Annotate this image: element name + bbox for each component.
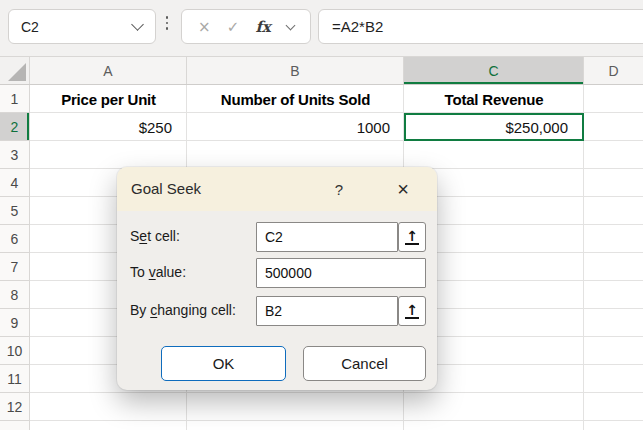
enter-entry-icon[interactable]: ✓ bbox=[227, 18, 240, 36]
chevron-down-icon[interactable] bbox=[285, 20, 295, 30]
row-header-11[interactable]: 11 bbox=[0, 365, 29, 393]
by-changing-cell-label: By changing cell: bbox=[130, 302, 236, 318]
row-header-9[interactable]: 9 bbox=[0, 309, 29, 337]
cell-b2[interactable]: 1000 bbox=[187, 113, 404, 141]
row-headers: 1 2 3 4 5 6 7 8 9 10 11 12 bbox=[0, 85, 30, 430]
set-cell-label: Set cell: bbox=[130, 228, 180, 244]
kebab-dots-icon bbox=[165, 16, 169, 30]
row-header-3[interactable]: 3 bbox=[0, 141, 29, 169]
help-button[interactable]: ? bbox=[325, 167, 353, 211]
cell-a1[interactable]: Price per Unit bbox=[30, 85, 187, 113]
cell-a2[interactable]: $250 bbox=[30, 113, 187, 141]
dialog-title: Goal Seek bbox=[131, 180, 201, 197]
row-header-6[interactable]: 6 bbox=[0, 225, 29, 253]
column-header-b[interactable]: B bbox=[187, 57, 404, 84]
cancel-button[interactable]: Cancel bbox=[303, 346, 426, 381]
goal-seek-dialog: Goal Seek ? × Set cell: ↑ To value: By c… bbox=[117, 167, 437, 390]
row-header-5[interactable]: 5 bbox=[0, 197, 29, 225]
formula-bar-strip: C2 × ✓ fx =A2*B2 bbox=[0, 0, 643, 56]
cell-b1[interactable]: Number of Units Sold bbox=[187, 85, 404, 113]
to-value-input[interactable] bbox=[256, 258, 426, 288]
formula-actions-group: × ✓ fx bbox=[181, 9, 311, 44]
row-header-7[interactable]: 7 bbox=[0, 253, 29, 281]
cell-c1[interactable]: Total Revenue bbox=[404, 85, 584, 113]
chevron-down-icon[interactable] bbox=[131, 18, 144, 31]
select-all-button[interactable] bbox=[0, 57, 30, 84]
set-cell-range-picker-button[interactable]: ↑ bbox=[398, 222, 426, 252]
ok-button[interactable]: OK bbox=[161, 346, 286, 381]
formula-text[interactable]: =A2*B2 bbox=[319, 18, 383, 35]
select-all-triangle-icon bbox=[8, 63, 26, 81]
column-headers: A B C D bbox=[0, 56, 643, 85]
collapse-dialog-arrow-icon: ↑ bbox=[405, 230, 419, 245]
row-header-1[interactable]: 1 bbox=[0, 85, 29, 113]
name-box[interactable]: C2 bbox=[8, 9, 156, 44]
to-value-label: To value: bbox=[130, 264, 186, 280]
insert-function-icon[interactable]: fx bbox=[255, 18, 270, 36]
close-icon[interactable]: × bbox=[388, 167, 418, 211]
formula-bar[interactable]: =A2*B2 bbox=[318, 9, 643, 44]
by-changing-cell-range-picker-button[interactable]: ↑ bbox=[398, 296, 426, 326]
row-header-10[interactable]: 10 bbox=[0, 337, 29, 365]
name-box-value[interactable]: C2 bbox=[9, 19, 133, 35]
column-header-c[interactable]: C bbox=[404, 57, 584, 84]
row-header-2[interactable]: 2 bbox=[0, 113, 29, 141]
cancel-entry-icon[interactable]: × bbox=[198, 18, 211, 36]
row-header-8[interactable]: 8 bbox=[0, 281, 29, 309]
cell-c2-selected[interactable]: $250,000 bbox=[404, 113, 584, 141]
dialog-titlebar[interactable]: Goal Seek ? × bbox=[117, 167, 437, 211]
collapse-dialog-arrow-icon: ↑ bbox=[405, 304, 419, 319]
column-header-a[interactable]: A bbox=[30, 57, 187, 84]
set-cell-input[interactable] bbox=[256, 222, 398, 252]
row-header-4[interactable]: 4 bbox=[0, 169, 29, 197]
column-header-d[interactable]: D bbox=[584, 57, 643, 84]
by-changing-cell-input[interactable] bbox=[256, 296, 398, 326]
row-header-12[interactable]: 12 bbox=[0, 393, 29, 421]
